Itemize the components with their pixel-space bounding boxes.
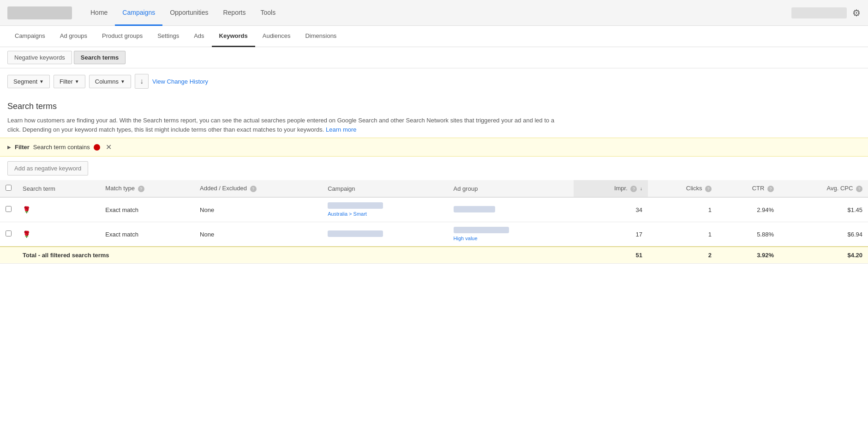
top-navigation: Home Campaigns Opportunities Reports Too… xyxy=(0,0,868,26)
nav-tools[interactable]: Tools xyxy=(253,0,283,26)
columns-label: Columns xyxy=(95,78,119,85)
row1-ad-group-blurred xyxy=(454,206,495,212)
total-clicks: 2 xyxy=(648,247,717,264)
segment-label: Segment xyxy=(13,78,37,85)
row2-match-type: Exact match xyxy=(100,222,194,247)
filter-rose-icon xyxy=(94,144,100,151)
ctr-help-icon[interactable]: ? xyxy=(767,186,774,192)
columns-arrow-icon: ▼ xyxy=(120,79,125,84)
description-section: Search terms Learn how customers are fin… xyxy=(0,94,868,138)
row1-ctr: 2.94% xyxy=(717,197,779,222)
clicks-help-icon[interactable]: ? xyxy=(705,186,712,192)
total-row: Total - all filtered search terms 51 2 3… xyxy=(0,247,868,264)
row2-clicks: 1 xyxy=(648,222,717,247)
account-info xyxy=(791,7,847,18)
total-empty-adgroup xyxy=(448,247,574,264)
match-type-help-icon[interactable]: ? xyxy=(138,186,144,192)
table-wrapper: Search term Match type ? Added / Exclude… xyxy=(0,180,868,264)
tab-campaigns[interactable]: Campaigns xyxy=(7,26,53,47)
select-all-checkbox[interactable] xyxy=(6,185,12,191)
row2-avg-cpc: $6.94 xyxy=(779,222,868,247)
row1-campaign: Australia > Smart xyxy=(322,197,448,222)
nav-opportunities[interactable]: Opportunities xyxy=(162,0,216,26)
row2-campaign xyxy=(322,222,448,247)
tab-keywords[interactable]: Keywords xyxy=(212,26,255,47)
row1-checkbox-cell xyxy=(0,197,17,222)
filter-bar: ▶ Filter Search term contains ✕ xyxy=(0,138,868,157)
total-avg-cpc: $4.20 xyxy=(779,247,868,264)
header-impr: Impr. ? ↓ xyxy=(574,180,648,197)
filter-expand-icon[interactable]: ▶ xyxy=(7,145,11,150)
row2-ad-group: High value xyxy=(448,222,574,247)
row1-clicks: 1 xyxy=(648,197,717,222)
filter-close-icon[interactable]: ✕ xyxy=(106,143,112,151)
tab-audiences[interactable]: Audiences xyxy=(255,26,298,47)
nav-campaigns[interactable]: Campaigns xyxy=(115,0,162,26)
row2-ctr: 5.88% xyxy=(717,222,779,247)
header-ctr: CTR ? xyxy=(717,180,779,197)
search-terms-table: Search term Match type ? Added / Exclude… xyxy=(0,180,868,264)
row1-avg-cpc: $1.45 xyxy=(779,197,868,222)
impr-help-icon[interactable]: ? xyxy=(630,186,637,192)
row1-campaign-sub: Australia > Smart xyxy=(328,211,367,217)
added-excluded-help-icon[interactable]: ? xyxy=(250,186,257,192)
header-avg-cpc: Avg. CPC ? xyxy=(779,180,868,197)
row2-search-term: 🌹 xyxy=(17,222,100,247)
add-negative-section: Add as negative keyword xyxy=(0,157,868,180)
tab-ad-groups[interactable]: Ad groups xyxy=(53,26,95,47)
total-impr: 51 xyxy=(574,247,648,264)
table-row: 🌹 Exact match None High value 17 1 5.88%… xyxy=(0,222,868,247)
tab-settings[interactable]: Settings xyxy=(150,26,186,47)
sub-tab-negative-keywords[interactable]: Negative keywords xyxy=(7,51,72,64)
row1-campaign-blurred xyxy=(328,202,383,209)
page-title: Search terms xyxy=(7,102,861,111)
header-checkbox-cell xyxy=(0,180,17,197)
settings-icon[interactable]: ⚙ xyxy=(852,7,861,18)
table-header-row: Search term Match type ? Added / Exclude… xyxy=(0,180,868,197)
total-empty-checkbox xyxy=(0,247,17,264)
filter-label: Filter xyxy=(60,78,73,85)
header-clicks: Clicks ? xyxy=(648,180,717,197)
header-match-type: Match type ? xyxy=(100,180,194,197)
tab-dimensions[interactable]: Dimensions xyxy=(298,26,344,47)
toolbar: Segment ▼ Filter ▼ Columns ▼ ↓ View Chan… xyxy=(0,68,868,94)
row1-search-term: 🌹 xyxy=(17,197,100,222)
filter-bar-value: Search term contains xyxy=(33,144,90,151)
view-history-link[interactable]: View Change History xyxy=(152,78,208,85)
tab-ads[interactable]: Ads xyxy=(186,26,211,47)
columns-button[interactable]: Columns ▼ xyxy=(89,75,131,88)
row1-added-excluded: None xyxy=(194,197,322,222)
row2-ad-group-sub: High value xyxy=(454,236,478,241)
header-campaign: Campaign xyxy=(322,180,448,197)
filter-button[interactable]: Filter ▼ xyxy=(54,75,85,88)
row1-checkbox[interactable] xyxy=(6,206,12,212)
learn-more-link[interactable]: Learn more xyxy=(326,126,356,133)
filter-bar-label: Filter xyxy=(15,144,30,151)
table-row: 🌹 Exact match None Australia > Smart 34 … xyxy=(0,197,868,222)
segment-arrow-icon: ▼ xyxy=(39,79,44,84)
filter-arrow-icon: ▼ xyxy=(75,79,79,84)
impr-sort-icon[interactable]: ↓ xyxy=(640,186,642,191)
row2-rose-icon: 🌹 xyxy=(23,230,30,238)
tab-product-groups[interactable]: Product groups xyxy=(95,26,150,47)
nav-home[interactable]: Home xyxy=(83,0,115,26)
sub-tab-search-terms[interactable]: Search terms xyxy=(74,51,126,64)
header-added-excluded: Added / Excluded ? xyxy=(194,180,322,197)
header-search-term: Search term xyxy=(17,180,100,197)
add-negative-keyword-button[interactable]: Add as negative keyword xyxy=(7,161,88,176)
row2-impr: 17 xyxy=(574,222,648,247)
row2-added-excluded: None xyxy=(194,222,322,247)
nav-reports[interactable]: Reports xyxy=(216,0,253,26)
row2-checkbox[interactable] xyxy=(6,230,12,236)
total-label: Total - all filtered search terms xyxy=(17,247,448,264)
download-button[interactable]: ↓ xyxy=(135,74,149,89)
row2-ad-group-blurred xyxy=(454,227,509,233)
row1-impr: 34 xyxy=(574,197,648,222)
row1-rose-icon: 🌹 xyxy=(23,206,30,213)
description-text: Learn how customers are finding your ad.… xyxy=(7,116,561,134)
segment-button[interactable]: Segment ▼ xyxy=(7,75,50,88)
row1-ad-group xyxy=(448,197,574,222)
avg-cpc-help-icon[interactable]: ? xyxy=(856,186,862,192)
row2-checkbox-cell xyxy=(0,222,17,247)
row1-match-type: Exact match xyxy=(100,197,194,222)
